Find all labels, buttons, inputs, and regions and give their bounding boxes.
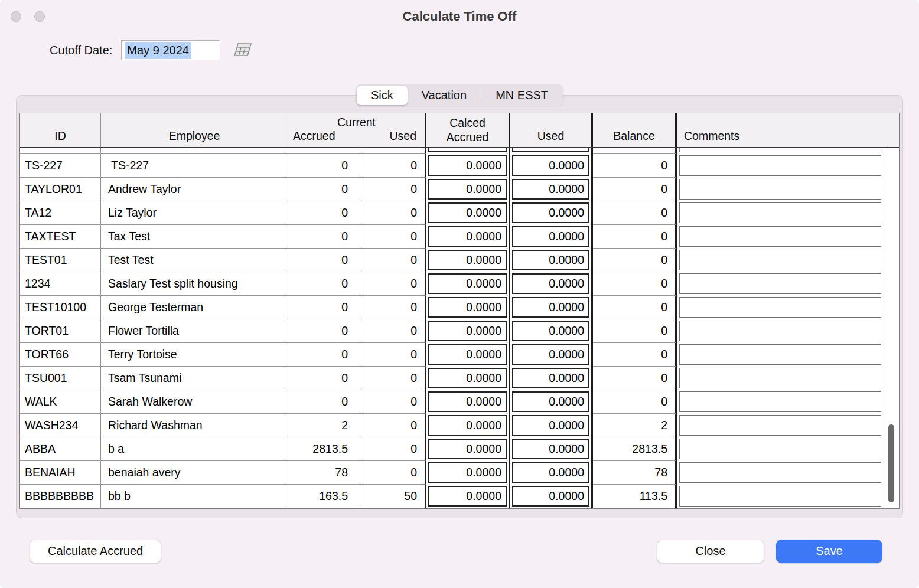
- minimize-window-button[interactable]: [34, 11, 45, 22]
- cell-calced-used[interactable]: 0.0000: [510, 225, 593, 249]
- calced-used-field[interactable]: 0.0000: [512, 226, 589, 247]
- vertical-scrollbar[interactable]: [884, 148, 899, 508]
- cell-calced-used[interactable]: 0.0000: [510, 201, 593, 225]
- calced-accrued-field[interactable]: 0.0000: [428, 439, 507, 459]
- calced-accrued-field[interactable]: 0.0000: [428, 391, 507, 412]
- calced-used-field[interactable]: 0.0000: [512, 273, 589, 294]
- cutoff-date-input[interactable]: May 9 2024: [121, 40, 220, 60]
- calculate-accrued-button[interactable]: Calculate Accrued: [30, 540, 161, 563]
- table-row[interactable]: TAXTEST Tax Test 0 0 0.0000 0.0000 0: [20, 225, 899, 249]
- calced-used-field[interactable]: 0.0000: [512, 202, 589, 223]
- comments-field[interactable]: [679, 321, 881, 341]
- calced-accrued-field[interactable]: 0.0000: [428, 344, 507, 365]
- calced-accrued-field[interactable]: 0.0000: [428, 250, 507, 270]
- cell-calced-accrued[interactable]: 0.0000: [426, 178, 510, 201]
- cell-calced-accrued[interactable]: 0.0000: [426, 249, 510, 272]
- cell-calced-accrued[interactable]: 0.0000: [426, 319, 510, 343]
- cell-comments[interactable]: [677, 367, 884, 390]
- cell-comments[interactable]: [677, 178, 884, 201]
- cell-calced-accrued[interactable]: 0.0000: [426, 201, 510, 225]
- save-button[interactable]: Save: [776, 540, 882, 563]
- cell-comments[interactable]: [677, 390, 884, 414]
- comments-field[interactable]: [679, 439, 881, 459]
- comments-field[interactable]: [679, 148, 881, 152]
- cell-calced-used[interactable]: 0.0000: [510, 485, 593, 508]
- table-row[interactable]: TORT66 Terry Tortoise 0 0 0.0000 0.0000 …: [20, 343, 899, 367]
- calced-used-field[interactable]: 0.0000: [512, 250, 589, 270]
- table-row[interactable]: XXXBIWEEK Ruth Stokes 0 0 0.0000 0.0000 …: [20, 148, 899, 154]
- comments-field[interactable]: [679, 297, 881, 318]
- cell-comments[interactable]: [677, 225, 884, 249]
- tab-sick[interactable]: Sick: [357, 86, 408, 105]
- cell-calced-accrued[interactable]: 0.0000: [426, 225, 510, 249]
- cell-comments[interactable]: [677, 148, 884, 154]
- table-row[interactable]: TAYLOR01 Andrew Taylor 0 0 0.0000 0.0000…: [20, 178, 899, 201]
- table-row[interactable]: TS-227 TS-227 0 0 0.0000 0.0000 0: [20, 154, 899, 178]
- table-row[interactable]: TA12 Liz Taylor 0 0 0.0000 0.0000 0: [20, 201, 899, 225]
- calced-used-field[interactable]: 0.0000: [512, 321, 589, 341]
- cell-calced-used[interactable]: 0.0000: [510, 272, 593, 296]
- comments-field[interactable]: [679, 486, 881, 507]
- cell-calced-used[interactable]: 0.0000: [510, 414, 593, 437]
- calced-accrued-field[interactable]: 0.0000: [428, 415, 507, 436]
- cell-calced-accrued[interactable]: 0.0000: [426, 343, 510, 367]
- comments-field[interactable]: [679, 415, 881, 436]
- calced-accrued-field[interactable]: 0.0000: [428, 148, 507, 152]
- cell-comments[interactable]: [677, 319, 884, 343]
- calced-used-field[interactable]: 0.0000: [512, 148, 589, 152]
- comments-field[interactable]: [679, 155, 881, 176]
- cell-calced-accrued[interactable]: 0.0000: [426, 148, 510, 154]
- cell-calced-used[interactable]: 0.0000: [510, 296, 593, 319]
- comments-field[interactable]: [679, 226, 881, 247]
- calced-accrued-field[interactable]: 0.0000: [428, 273, 507, 294]
- close-button[interactable]: Close: [657, 540, 764, 563]
- cell-calced-used[interactable]: 0.0000: [510, 367, 593, 390]
- scrollbar-thumb[interactable]: [888, 424, 894, 502]
- comments-field[interactable]: [679, 344, 881, 365]
- cell-calced-accrued[interactable]: 0.0000: [426, 414, 510, 437]
- tab-vacation[interactable]: Vacation: [408, 86, 481, 105]
- calced-accrued-field[interactable]: 0.0000: [428, 486, 507, 507]
- table-row[interactable]: ABBA b a 2813.5 0 0.0000 0.0000 2813.5: [20, 437, 899, 461]
- comments-field[interactable]: [679, 462, 881, 483]
- cell-calced-accrued[interactable]: 0.0000: [426, 485, 510, 508]
- calced-accrued-field[interactable]: 0.0000: [428, 155, 507, 176]
- comments-field[interactable]: [679, 368, 881, 388]
- close-window-button[interactable]: [11, 11, 21, 22]
- table-row[interactable]: TSU001 Tsam Tsunami 0 0 0.0000 0.0000 0: [20, 367, 899, 390]
- calced-accrued-field[interactable]: 0.0000: [428, 462, 507, 483]
- comments-field[interactable]: [679, 179, 881, 200]
- calced-accrued-field[interactable]: 0.0000: [428, 297, 507, 318]
- tab-mn-esst[interactable]: MN ESST: [481, 86, 562, 105]
- cell-calced-used[interactable]: 0.0000: [510, 390, 593, 414]
- cell-calced-used[interactable]: 0.0000: [510, 343, 593, 367]
- cell-calced-accrued[interactable]: 0.0000: [426, 154, 510, 178]
- comments-field[interactable]: [679, 391, 881, 412]
- table-row[interactable]: WALK Sarah Walkerow 0 0 0.0000 0.0000 0: [20, 390, 899, 414]
- calced-accrued-field[interactable]: 0.0000: [428, 321, 507, 341]
- cell-comments[interactable]: [677, 414, 884, 437]
- cell-comments[interactable]: [677, 201, 884, 225]
- comments-field[interactable]: [679, 202, 881, 223]
- calced-used-field[interactable]: 0.0000: [512, 297, 589, 318]
- cell-calced-used[interactable]: 0.0000: [510, 178, 593, 201]
- cell-calced-accrued[interactable]: 0.0000: [426, 461, 510, 485]
- comments-field[interactable]: [679, 273, 881, 294]
- cell-calced-used[interactable]: 0.0000: [510, 319, 593, 343]
- calced-used-field[interactable]: 0.0000: [512, 155, 589, 176]
- table-row[interactable]: BENAIAH benaiah avery 78 0 0.0000 0.0000…: [20, 461, 899, 485]
- calced-used-field[interactable]: 0.0000: [512, 439, 589, 459]
- cell-comments[interactable]: [677, 296, 884, 319]
- table-row[interactable]: WASH234 Richard Washman 2 0 0.0000 0.000…: [20, 414, 899, 437]
- calced-used-field[interactable]: 0.0000: [512, 391, 589, 412]
- table-row[interactable]: BBBBBBBBB bb b 163.5 50 0.0000 0.0000 11…: [20, 485, 899, 508]
- cell-comments[interactable]: [677, 154, 884, 178]
- cell-calced-accrued[interactable]: 0.0000: [426, 272, 510, 296]
- cell-calced-used[interactable]: 0.0000: [510, 154, 593, 178]
- calced-used-field[interactable]: 0.0000: [512, 344, 589, 365]
- table-row[interactable]: TORT01 Flower Tortilla 0 0 0.0000 0.0000…: [20, 319, 899, 343]
- calced-used-field[interactable]: 0.0000: [512, 486, 589, 507]
- table-row[interactable]: 1234 Saslary Test split housing 0 0 0.00…: [20, 272, 899, 296]
- cell-calced-accrued[interactable]: 0.0000: [426, 296, 510, 319]
- table-row[interactable]: TEST10100 George Testerman 0 0 0.0000 0.…: [20, 296, 899, 319]
